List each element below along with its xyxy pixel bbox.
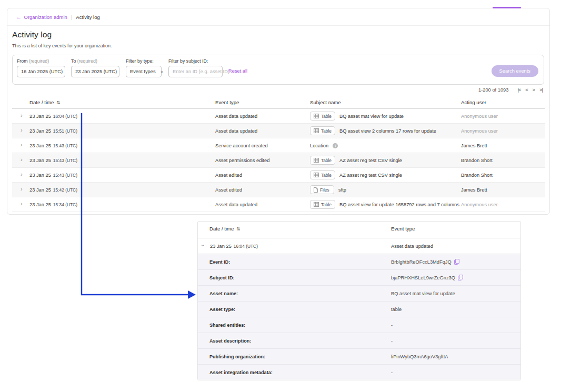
subject-filter-label: Filter by subject ID: (168, 58, 223, 64)
expand-row-icon[interactable]: › (21, 142, 23, 148)
breadcrumb-link-label: Organization admin (24, 14, 67, 20)
pagination-range: 1-200 of 1093 (478, 87, 508, 93)
expanded-event-panel: Date / time ⇅ Event type › 23 Jan 25 16:… (197, 221, 521, 380)
back-link[interactable]: ← Organization admin (16, 14, 67, 20)
row-date: 23 Jan 25 (29, 114, 51, 119)
detail-field-row: Asset name: BQ asset mat view for update (198, 286, 520, 301)
detail-field-row: Shared entities: - (198, 317, 520, 333)
row-time: 15:43 (UTC) (53, 158, 77, 163)
row-date: 23 Jan 25 (29, 187, 51, 193)
back-arrow-icon: ← (16, 14, 22, 20)
badge-label: Files (320, 187, 329, 193)
column-date-time[interactable]: Date / time (29, 99, 54, 105)
from-required-hint: (required) (29, 58, 49, 64)
detail-field-value: BrblghtbReOFccL3MdFqJQ (391, 259, 452, 265)
detail-field-label: Subject ID: (209, 270, 235, 285)
column-acting-user: Acting user (461, 99, 486, 105)
table-row[interactable]: › 23 Jan 25 15:43 (UTC) Asset permission… (12, 153, 545, 168)
table-icon (314, 114, 319, 118)
event-types-select[interactable]: Event types ⌄ (126, 66, 162, 77)
detail-field-label: Shared entities: (209, 317, 245, 333)
detail-panel-header: Date / time ⇅ Event type (198, 222, 520, 238)
table-row[interactable]: › 23 Jan 25 15:51 (UTC) Asset data updat… (12, 124, 545, 138)
table-icon (314, 202, 319, 207)
badge-label: Table (321, 202, 332, 207)
detail-column-date-time[interactable]: Date / time (209, 226, 234, 232)
expanded-row[interactable]: › 23 Jan 25 16:04 (UTC) Asset data updat… (198, 238, 520, 254)
table-icon (314, 128, 319, 133)
table-icon (314, 158, 319, 163)
to-date-group: To (required) 23 Jan 2025 (UTC) (71, 58, 119, 77)
expand-row-icon[interactable]: › (21, 113, 23, 118)
copy-icon[interactable] (454, 259, 459, 265)
to-date-input[interactable]: 23 Jan 2025 (UTC) (71, 66, 119, 77)
expand-row-icon[interactable]: › (21, 157, 23, 163)
table-row[interactable]: › 23 Jan 25 15:42 (UTC) Asset edited Fil… (12, 183, 545, 197)
subject-type-badge: Table (310, 126, 335, 135)
row-acting-user: James Brett (461, 183, 487, 197)
detail-field-row: Asset type: table (198, 301, 520, 317)
row-date: 23 Jan 25 (29, 143, 51, 148)
expand-row-icon[interactable]: › (21, 201, 23, 207)
type-filter-group: Filter by type: Event types ⌄ (126, 58, 162, 77)
from-date-group: From (required) 16 Jan 2025 (UTC) (17, 58, 65, 77)
row-event-type: Service account created (215, 138, 268, 153)
row-time: 15:43 (UTC) (53, 173, 77, 178)
top-active-tab-indicator (493, 7, 521, 8)
badge-label: Table (321, 114, 332, 119)
expanded-row-event-type: Asset data updated (391, 238, 433, 254)
detail-field-label: Asset description: (209, 333, 251, 348)
table-row[interactable]: › 23 Jan 25 16:04 (UTC) Asset data updat… (12, 109, 545, 124)
sort-icon[interactable]: ⇅ (236, 226, 240, 232)
collapse-row-icon[interactable]: › (200, 245, 206, 247)
row-acting-user: Brandon Short (461, 168, 493, 182)
row-time: 15:34 (UTC) (53, 202, 77, 207)
table-row[interactable]: › 23 Jan 25 15:34 (UTC) Asset data updat… (12, 197, 545, 212)
sort-icon[interactable]: ⇅ (56, 100, 60, 105)
detail-field-label: Event ID: (209, 254, 230, 269)
row-subject-name: sftp (338, 187, 346, 193)
detail-field-row: Subject ID: bjaPRHXHSLeL9wrZeGnz3Q (198, 270, 520, 286)
badge-label: Table (321, 158, 332, 163)
row-event-type: Asset data updated (215, 197, 257, 212)
expand-row-icon[interactable]: › (21, 186, 23, 192)
badge-label: Table (321, 128, 332, 134)
detail-fields: Event ID: BrblghtbReOFccL3MdFqJQ Subject… (198, 254, 520, 380)
row-date: 23 Jan 25 (29, 173, 51, 178)
badge-label: Table (321, 173, 332, 178)
search-events-button[interactable]: Search events (492, 65, 538, 77)
table-row[interactable]: › 23 Jan 25 15:43 (UTC) Asset edited Tab… (12, 168, 545, 183)
row-event-type: Asset data updated (215, 109, 257, 123)
row-subject-name: AZ asset reg test CSV single (339, 173, 402, 178)
reset-all-link[interactable]: Reset all (228, 68, 247, 74)
row-date: 23 Jan 25 (29, 128, 51, 134)
chevron-down-icon: ⌄ (160, 69, 164, 73)
row-date: 23 Jan 25 (29, 158, 51, 163)
to-required-hint: (required) (77, 58, 97, 64)
row-event-type: Asset permissions edited (215, 153, 269, 167)
first-page-icon[interactable]: |< (517, 87, 520, 93)
detail-column-event-type: Event type (391, 226, 415, 232)
page-subtitle: This is a list of key events for your or… (12, 43, 112, 48)
expand-row-icon[interactable]: › (21, 172, 23, 177)
subject-id-input[interactable]: Enter an ID (e.g. asset ID) (168, 66, 223, 77)
subject-type-badge: Table (310, 170, 335, 179)
row-subject-name: BQ asset view for update 1658792 rows an… (339, 202, 459, 207)
row-acting-user: Anonymous user (461, 197, 498, 212)
next-page-icon[interactable]: > (533, 87, 535, 93)
prev-page-icon[interactable]: < (525, 87, 527, 93)
from-date-input[interactable]: 16 Jan 2025 (UTC) (17, 66, 65, 77)
expand-row-icon[interactable]: › (21, 127, 23, 133)
breadcrumb-separator: | (71, 14, 72, 20)
info-icon[interactable]: i (333, 143, 338, 148)
table-icon (314, 173, 319, 177)
last-page-icon[interactable]: >| (539, 87, 543, 93)
row-event-type: Asset edited (215, 168, 242, 182)
column-event-type: Event type (215, 99, 239, 105)
table-row[interactable]: › 23 Jan 25 15:43 (UTC) Service account … (12, 138, 545, 153)
pagination: 1-200 of 1093 |< < > >| (478, 87, 543, 93)
row-subject-name: BQ asset view 2 columns 17 rows for upda… (339, 128, 436, 134)
to-label: To (71, 58, 76, 64)
copy-icon[interactable] (458, 275, 463, 280)
subject-filter-group: Filter by subject ID: Enter an ID (e.g. … (168, 58, 223, 77)
